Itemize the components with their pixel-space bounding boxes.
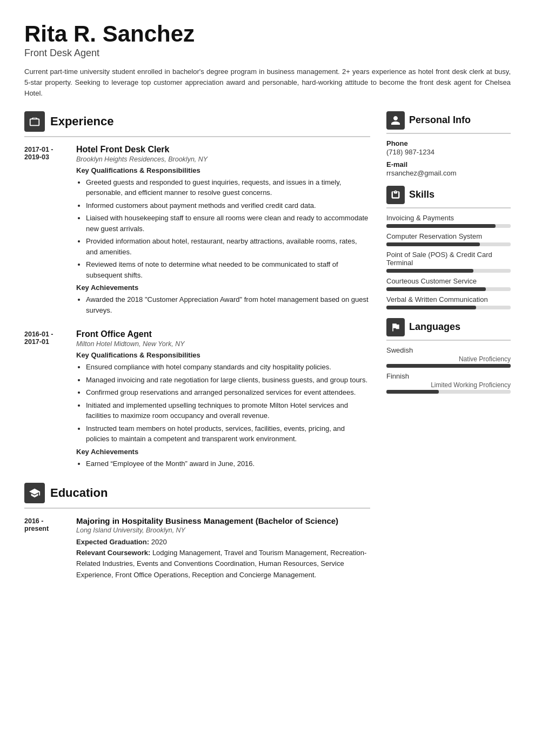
language-item: Finnish Limited Working Proficiency xyxy=(386,372,511,394)
skill-name: Computer Reservation System xyxy=(386,232,511,240)
exp-job-title: Front Office Agent xyxy=(76,329,370,339)
languages-entries: Swedish Native Proficiency Finnish Limit… xyxy=(386,346,511,394)
skill-name: Courteous Customer Service xyxy=(386,277,511,285)
email-label: E-mail xyxy=(386,160,511,168)
languages-header: Languages xyxy=(386,318,511,336)
main-layout: Experience 2017-01 - 2019-03 Hotel Front… xyxy=(24,111,511,589)
education-section-header: Education xyxy=(24,483,370,503)
language-bar-fill xyxy=(386,364,511,368)
edu-degree: Majoring in Hospitality Business Managem… xyxy=(76,516,370,525)
language-bar-background xyxy=(386,364,511,368)
qualification-item: Greeted guests and responded to guest in… xyxy=(86,177,370,198)
languages-title: Languages xyxy=(409,321,460,333)
phone-value: (718) 987-1234 xyxy=(386,148,511,156)
experience-title: Experience xyxy=(50,114,113,129)
skills-section: Skills Invoicing & Payments Computer Res… xyxy=(386,186,511,309)
exp-qualifications-label: Key Qualifications & Responsibilities xyxy=(76,166,370,174)
skill-item: Invoicing & Payments xyxy=(386,214,511,228)
language-name: Swedish xyxy=(386,346,511,354)
exp-company: Milton Hotel Midtown, New York, NY xyxy=(76,340,370,348)
skill-name: Invoicing & Payments xyxy=(386,214,511,222)
experience-section-header: Experience xyxy=(24,111,370,132)
phone-label: Phone xyxy=(386,139,511,147)
languages-icon xyxy=(386,318,405,336)
edu-date: 2016 - present xyxy=(24,516,68,580)
achievement-item: Awarded the 2018 "Customer Appreciation … xyxy=(86,294,370,315)
exp-achievements-list: Awarded the 2018 "Customer Appreciation … xyxy=(76,294,370,315)
skills-header: Skills xyxy=(386,186,511,204)
exp-job-title: Hotel Front Desk Clerk xyxy=(76,145,370,154)
experience-divider xyxy=(24,136,370,137)
exp-content: Hotel Front Desk Clerk Brooklyn Heights … xyxy=(76,145,370,318)
edu-institution: Long Island University, Brooklyn, NY xyxy=(76,526,370,534)
qualification-item: Confirmed group reservations and arrange… xyxy=(86,387,370,398)
skill-bar-fill xyxy=(386,306,476,309)
edu-coursework: Relevant Coursework: Lodging Management,… xyxy=(76,548,370,580)
experience-entries: 2017-01 - 2019-03 Hotel Front Desk Clerk… xyxy=(24,145,370,471)
education-icon xyxy=(24,483,45,503)
left-column: Experience 2017-01 - 2019-03 Hotel Front… xyxy=(24,111,370,589)
skill-bar-fill xyxy=(386,287,486,291)
experience-entry: 2016-01 - 2017-01 Front Office Agent Mil… xyxy=(24,329,370,471)
education-section: Education 2016 - present Majoring in Hos… xyxy=(24,483,370,580)
language-bar-fill xyxy=(386,390,439,394)
flag-svg xyxy=(390,322,401,333)
education-entries: 2016 - present Majoring in Hospitality B… xyxy=(24,516,370,580)
experience-section: Experience 2017-01 - 2019-03 Hotel Front… xyxy=(24,111,370,471)
right-column: Personal Info Phone (718) 987-1234 E-mai… xyxy=(386,111,511,589)
personal-info-icon xyxy=(386,111,405,130)
skill-item: Courteous Customer Service xyxy=(386,277,511,291)
skill-bar-fill xyxy=(386,242,480,246)
skill-bar-background xyxy=(386,224,511,228)
qualification-item: Provided information about hotel, restau… xyxy=(86,236,370,257)
language-proficiency: Limited Working Proficiency xyxy=(386,381,511,389)
exp-qualifications-list: Greeted guests and responded to guest in… xyxy=(76,177,370,281)
skill-item: Computer Reservation System xyxy=(386,232,511,246)
languages-divider xyxy=(386,340,511,341)
qualification-item: Informed customers about payment methods… xyxy=(86,200,370,211)
exp-date: 2017-01 - 2019-03 xyxy=(24,145,68,318)
skill-bar-fill xyxy=(386,269,473,273)
qualification-item: Ensured compliance with hotel company st… xyxy=(86,362,370,373)
exp-achievements-list: Earned “Employee of the Month” award in … xyxy=(76,458,370,469)
experience-entry: 2017-01 - 2019-03 Hotel Front Desk Clerk… xyxy=(24,145,370,318)
skill-bar-background xyxy=(386,269,511,273)
personal-info-title: Personal Info xyxy=(409,114,471,126)
exp-company: Brooklyn Heights Residences, Brooklyn, N… xyxy=(76,156,370,163)
exp-date: 2016-01 - 2017-01 xyxy=(24,329,68,471)
language-bar-background xyxy=(386,390,511,394)
candidate-name: Rita R. Sanchez xyxy=(24,22,511,46)
exp-qualifications-label: Key Qualifications & Responsibilities xyxy=(76,351,370,359)
skill-item: Verbal & Written Communication xyxy=(386,295,511,309)
skills-icon xyxy=(386,186,405,204)
personal-info-section: Personal Info Phone (718) 987-1234 E-mai… xyxy=(386,111,511,177)
qualification-item: Instructed team members on hotel product… xyxy=(86,423,370,444)
resume-header: Rita R. Sanchez Front Desk Agent Current… xyxy=(24,22,511,99)
achievement-item: Earned “Employee of the Month” award in … xyxy=(86,458,370,469)
personal-info-divider xyxy=(386,133,511,134)
experience-icon xyxy=(24,111,45,132)
exp-qualifications-list: Ensured compliance with hotel company st… xyxy=(76,362,370,444)
skill-name: Point of Sale (POS) & Credit Card Termin… xyxy=(386,251,511,267)
skill-bar-fill xyxy=(386,224,496,228)
skill-bar-background xyxy=(386,287,511,291)
candidate-title: Front Desk Agent xyxy=(24,48,511,59)
skill-item: Point of Sale (POS) & Credit Card Termin… xyxy=(386,251,511,273)
person-svg xyxy=(390,115,401,126)
education-entry: 2016 - present Majoring in Hospitality B… xyxy=(24,516,370,580)
edu-content: Majoring in Hospitality Business Managem… xyxy=(76,516,370,580)
skill-name: Verbal & Written Communication xyxy=(386,295,511,303)
skill-bar-background xyxy=(386,306,511,309)
qualification-item: Initiated and implemented upselling tech… xyxy=(86,400,370,421)
language-name: Finnish xyxy=(386,372,511,380)
graduation-svg xyxy=(29,487,41,499)
education-divider xyxy=(24,508,370,509)
languages-section: Languages Swedish Native Proficiency Fin… xyxy=(386,318,511,394)
language-item: Swedish Native Proficiency xyxy=(386,346,511,368)
briefcase-svg xyxy=(29,116,41,127)
skill-bar-background xyxy=(386,242,511,246)
qualification-item: Liaised with housekeeping staff to ensur… xyxy=(86,213,370,234)
exp-achievements-label: Key Achievements xyxy=(76,284,370,292)
qualification-item: Reviewed items of note to determine what… xyxy=(86,259,370,280)
language-proficiency: Native Proficiency xyxy=(386,355,511,363)
